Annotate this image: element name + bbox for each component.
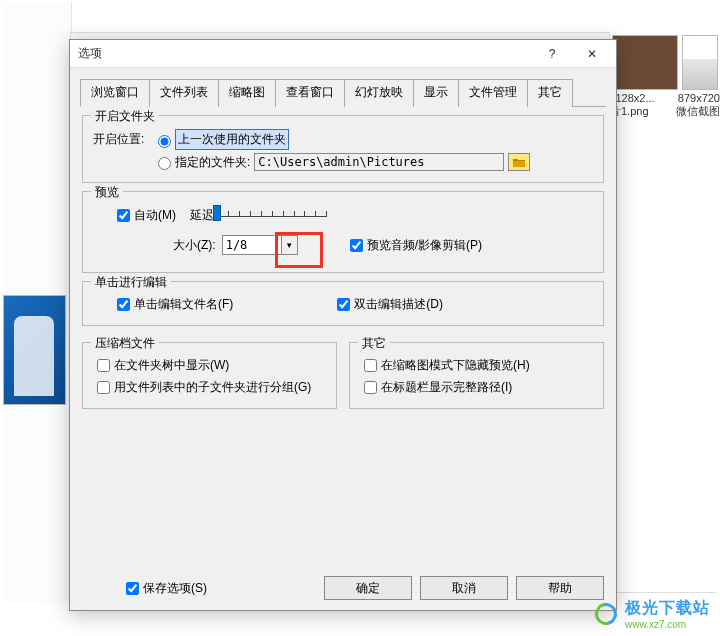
dialog-title: 选项 [78,45,532,62]
check-hide-preview-thumb-label[interactable]: 在缩略图模式下隐藏预览(H) [381,357,530,374]
legend-open-folder: 开启文件夹 [91,108,159,125]
check-double-click-edit-label[interactable]: 双击编辑描述(D) [354,296,443,313]
legend-preview: 预览 [91,184,123,201]
check-show-in-tree-label[interactable]: 在文件夹树中显示(W) [114,357,229,374]
group-open-folder: 开启文件夹 开启位置: 上一次使用的文件夹 指定的文件夹: [82,115,604,183]
check-full-path-title[interactable] [364,381,377,394]
cancel-button[interactable]: 取消 [420,576,508,600]
options-dialog: 选项 ? ✕ 浏览窗口 文件列表 缩略图 查看窗口 幻灯放映 显示 文件管理 其… [69,39,617,611]
legend-archive: 压缩档文件 [91,335,159,352]
legend-click-edit: 单击进行编辑 [91,274,171,291]
radio-specified-folder-label[interactable]: 指定的文件夹: [175,154,250,171]
tab-slideshow[interactable]: 幻灯放映 [344,79,414,107]
watermark: 极光下载站 www.xz7.com [593,598,710,630]
label-size: 大小(Z): [173,237,216,254]
bg-thumb-1-name: 片1.png [610,104,676,119]
titlebar: 选项 ? ✕ [70,40,616,68]
legend-other: 其它 [358,335,390,352]
tab-other[interactable]: 其它 [527,79,573,107]
tab-file-list[interactable]: 文件列表 [149,79,219,107]
background-thumbnail [3,295,66,405]
help-footer-button[interactable]: 帮助 [516,576,604,600]
help-icon: ? [549,47,556,61]
delay-slider[interactable] [217,205,327,225]
bg-thumb-1-dim: x128x2... [610,92,678,104]
size-select[interactable]: ▼ [222,235,298,255]
check-single-click-edit-label[interactable]: 单击编辑文件名(F) [134,296,233,313]
chevron-down-icon[interactable]: ▼ [281,236,297,254]
check-save-options-label[interactable]: 保存选项(S) [143,580,207,597]
radio-last-folder[interactable] [158,135,171,148]
check-double-click-edit[interactable] [337,298,350,311]
group-archive: 压缩档文件 在文件夹树中显示(W) 用文件列表中的子文件夹进行分组(G) [82,342,337,409]
check-av-clip-label[interactable]: 预览音频/影像剪辑(P) [367,237,482,254]
check-auto-label[interactable]: 自动(M) [134,207,176,224]
folder-icon [513,157,525,167]
group-preview: 预览 自动(M) 延迟: 大小(Z): ▼ 预览音频/影像剪辑(P) [82,191,604,273]
check-group-subfolders[interactable] [97,381,110,394]
check-av-clip[interactable] [350,239,363,252]
ok-button[interactable]: 确定 [324,576,412,600]
group-click-edit: 单击进行编辑 单击编辑文件名(F) 双击编辑描述(D) [82,281,604,326]
specified-folder-path[interactable] [254,153,504,171]
bg-thumb-2-name: 微信截图 [676,104,720,119]
tab-browse-window[interactable]: 浏览窗口 [80,79,150,107]
check-hide-preview-thumb[interactable] [364,359,377,372]
label-start-location: 开启位置: [93,131,153,148]
check-save-options[interactable] [126,582,139,595]
check-auto[interactable] [117,209,130,222]
watermark-name: 极光下载站 [625,598,710,619]
close-icon: ✕ [587,47,597,61]
help-button[interactable]: ? [532,41,572,67]
dialog-footer: 保存选项(S) 确定 取消 帮助 [70,576,616,600]
tab-thumbnail[interactable]: 缩略图 [218,79,276,107]
check-show-in-tree[interactable] [97,359,110,372]
group-other: 其它 在缩略图模式下隐藏预览(H) 在标题栏显示完整路径(I) [349,342,604,409]
browse-button[interactable] [508,153,530,171]
bg-thumb-2-dim: 879x720 [678,92,720,104]
radio-last-folder-label[interactable]: 上一次使用的文件夹 [175,129,289,150]
watermark-url: www.xz7.com [625,619,710,630]
radio-specified-folder[interactable] [158,157,171,170]
tab-view-window[interactable]: 查看窗口 [275,79,345,107]
tab-file-manage[interactable]: 文件管理 [458,79,528,107]
bg-thumb-1 [612,35,678,90]
check-group-subfolders-label[interactable]: 用文件列表中的子文件夹进行分组(G) [114,379,311,396]
tab-strip: 浏览窗口 文件列表 缩略图 查看窗口 幻灯放映 显示 文件管理 其它 [80,78,606,107]
size-select-value[interactable] [223,236,281,254]
tab-display[interactable]: 显示 [413,79,459,107]
check-single-click-edit[interactable] [117,298,130,311]
bg-thumb-2 [682,35,718,90]
check-full-path-title-label[interactable]: 在标题栏显示完整路径(I) [381,379,512,396]
close-button[interactable]: ✕ [572,41,612,67]
watermark-logo-icon [593,601,619,627]
slider-thumb[interactable] [213,205,221,221]
